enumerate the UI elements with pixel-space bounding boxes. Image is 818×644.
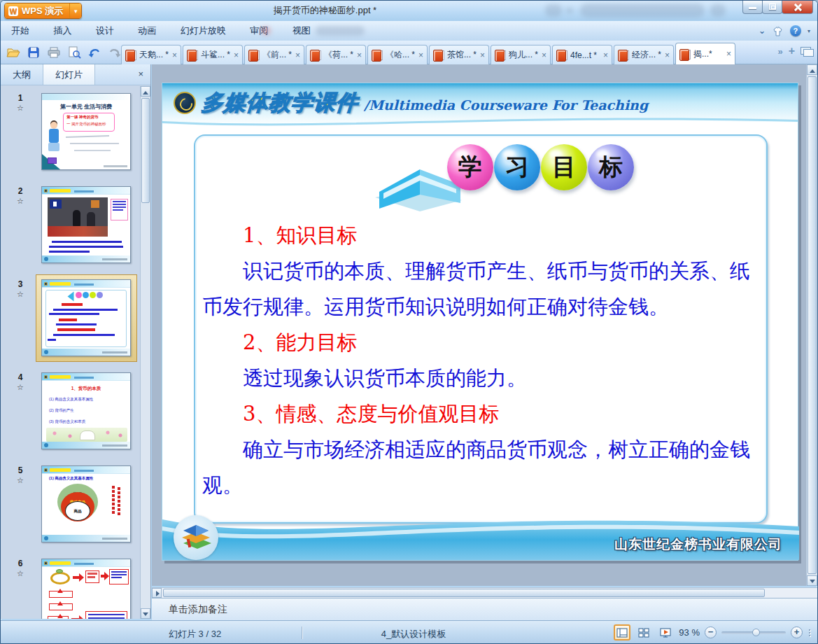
ppt-file-icon	[679, 49, 691, 59]
undo-button[interactable]	[86, 43, 103, 62]
slide-canvas[interactable]: 多媒体教学课件 /Multimedia Courseware For Teach…	[152, 64, 817, 586]
tab-close-icon[interactable]: ×	[295, 52, 300, 59]
doc-tab[interactable]: 《荷... * ×	[306, 45, 366, 64]
new-tab-button[interactable]: +	[789, 45, 795, 57]
minimize-button[interactable]	[742, 1, 763, 14]
books-logo-icon	[174, 515, 218, 560]
redacted-blur	[316, 26, 365, 36]
menu-design[interactable]: 设计	[85, 21, 125, 41]
current-slide[interactable]: 多媒体教学课件 /Multimedia Courseware For Teach…	[162, 83, 798, 561]
menu-animation[interactable]: 动画	[127, 21, 167, 41]
scroll-up-button[interactable]	[807, 64, 817, 75]
tab-list-button[interactable]	[801, 47, 813, 56]
ppt-file-icon	[433, 50, 444, 60]
tab-close-icon[interactable]: ×	[234, 52, 239, 59]
vertical-scrollbar-thumb[interactable]	[808, 76, 817, 574]
tab-close-icon[interactable]: ×	[665, 52, 670, 59]
tab-scroll-right-icon[interactable]: »	[777, 46, 782, 57]
zoom-slider-thumb[interactable]	[752, 629, 760, 636]
slide-thumbnail-5[interactable]: 5 ☆ (1) 商品含义及其基本属性 物 品 劳动产品 商品	[1, 463, 140, 554]
slideshow-button[interactable]	[657, 624, 674, 640]
slide-6-preview[interactable]	[41, 559, 131, 619]
doc-tab[interactable]: 4fe...t * ×	[552, 45, 612, 64]
slide-3-preview[interactable]	[41, 279, 131, 356]
tab-close-icon[interactable]: ×	[172, 52, 177, 59]
slide-thumbnail-2[interactable]: 2 ☆	[1, 183, 140, 274]
scroll-right-button[interactable]	[152, 588, 162, 598]
horizontal-scrollbar[interactable]	[152, 587, 817, 598]
slide-body-textbox[interactable]: 1、知识目标 识记货币的本质、理解货币产生、纸币与货币的关系、纸币发行规律。运用…	[202, 218, 759, 503]
save-floppy-icon	[27, 46, 40, 59]
window-title: 揭开货币的神秘面纱.ppt *	[113, 1, 537, 21]
slide-5-preview[interactable]: (1) 商品含义及其基本属性 物 品 劳动产品 商品	[41, 465, 131, 542]
panel-tab-slides[interactable]: 幻灯片	[43, 64, 95, 85]
zoom-in-button[interactable]: +	[791, 626, 803, 638]
panel-scroll-up-button[interactable]	[141, 86, 150, 97]
redacted-blur	[261, 27, 271, 35]
open-button[interactable]	[5, 43, 22, 62]
goal-ball-2: 习	[494, 144, 540, 190]
slide-thumbnail-1[interactable]: 1 ☆ 第一单元 生活与消费 第一课 神奇的货币 一 揭开货币的神秘面纱	[1, 90, 140, 181]
slide-thumbnail-3-selected[interactable]: 3 ☆	[1, 276, 140, 368]
print-preview-icon	[67, 46, 81, 59]
tab-close-icon[interactable]: ×	[418, 52, 423, 59]
wps-app-menu-button[interactable]: W WPS 演示 ▾	[4, 3, 82, 19]
slide-2-preview[interactable]	[41, 186, 131, 263]
ppt-file-icon	[310, 50, 321, 60]
wps-app-menu-label: WPS 演示	[22, 5, 63, 18]
normal-view-button[interactable]	[614, 624, 630, 640]
zoom-out-button[interactable]: −	[705, 626, 717, 638]
doc-tab[interactable]: 天鹅... * ×	[121, 45, 181, 64]
panel-tab-outline[interactable]: 大纲	[1, 64, 43, 85]
doc-tab[interactable]: 《哈... * ×	[367, 45, 428, 64]
header-wave-decoration	[162, 115, 798, 131]
vertical-scrollbar[interactable]	[806, 64, 817, 586]
zoom-slider[interactable]	[721, 631, 786, 634]
help-dropdown-icon[interactable]: ▾	[808, 28, 810, 34]
skin-shirt-icon[interactable]	[772, 26, 784, 36]
tab-close-icon[interactable]: ×	[480, 52, 485, 59]
redacted-blur	[710, 4, 726, 17]
thumb-footer-band	[42, 255, 130, 262]
notes-pane[interactable]: 单击添加备注	[152, 598, 817, 620]
tab-close-icon[interactable]: ×	[542, 52, 546, 59]
print-preview-button[interactable]	[66, 43, 83, 62]
doc-tab-active[interactable]: 揭...* ×	[675, 43, 735, 64]
thumb-footer-band	[42, 535, 130, 542]
tab-close-icon[interactable]: ×	[726, 50, 731, 57]
menu-home[interactable]: 开始	[1, 21, 40, 41]
print-button[interactable]	[45, 43, 62, 62]
doc-tab[interactable]: 狗儿... * ×	[491, 45, 551, 64]
slide-thumbnail-6[interactable]: 6 ☆	[1, 556, 140, 619]
close-button[interactable]	[782, 1, 813, 14]
slide-sorter-view-button[interactable]	[635, 624, 652, 640]
wps-app-menu-dropdown[interactable]: ▾	[69, 4, 81, 18]
tab-close-icon[interactable]: ×	[357, 52, 362, 59]
horizontal-scrollbar-thumb[interactable]	[163, 589, 765, 597]
menu-slideshow[interactable]: 幻灯片放映	[170, 21, 237, 41]
panel-scrollbar[interactable]	[140, 86, 150, 619]
tab-close-icon[interactable]: ×	[603, 52, 608, 59]
arrow-up-icon	[810, 66, 815, 73]
save-button[interactable]	[25, 43, 42, 62]
doc-tab[interactable]: 斗鲨... * ×	[183, 45, 243, 64]
help-icon[interactable]: ?	[790, 25, 801, 36]
slide-sorter-icon	[638, 628, 649, 638]
panel-close-icon[interactable]: ×	[131, 64, 150, 85]
restore-button[interactable]	[762, 1, 782, 14]
scroll-down-button[interactable]	[807, 575, 817, 586]
animation-star-icon: ☆	[12, 290, 29, 299]
slide-thumbnail-4[interactable]: 4 ☆ 1、货币的本质 (1) 商品含义及其基本属性 (2) 货币的产生 (3)…	[1, 370, 140, 461]
panel-scroll-down-button[interactable]	[141, 608, 150, 619]
doc-tab[interactable]: 茶馆... * ×	[429, 45, 489, 64]
doc-tab[interactable]: 《前... * ×	[244, 45, 304, 64]
slide-1-preview[interactable]: 第一单元 生活与消费 第一课 神奇的货币 一 揭开货币的神秘面纱	[41, 93, 131, 170]
panel-scrollbar-thumb[interactable]	[141, 98, 150, 203]
menu-review[interactable]: 审阅	[239, 21, 278, 41]
thumbnail-list: 1 ☆ 第一单元 生活与消费 第一课 神奇的货币 一 揭开货币的神秘面纱	[1, 86, 140, 619]
collapse-ribbon-icon[interactable]: ⌄	[759, 26, 766, 36]
menu-insert[interactable]: 插入	[43, 21, 82, 41]
doc-tab[interactable]: 经济... * ×	[614, 45, 674, 64]
thumb-header-band	[42, 466, 130, 474]
slide-4-preview[interactable]: 1、货币的本质 (1) 商品含义及其基本属性 (2) 货币的产生 (3) 货币的…	[41, 372, 131, 449]
